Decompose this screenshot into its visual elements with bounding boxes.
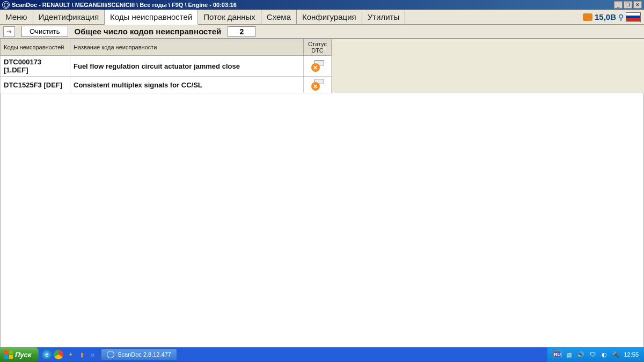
ie-icon[interactable]: e: [42, 350, 52, 359]
divider: »: [89, 350, 96, 359]
tray-icon-network[interactable]: ▧: [565, 350, 573, 359]
total-codes-count: 2: [228, 26, 255, 37]
app-icon: [2, 1, 10, 9]
minimize-button[interactable]: _: [614, 1, 623, 9]
col-header-status[interactable]: Статус DTC: [304, 39, 332, 56]
dtc-status[interactable]: ✕: [304, 56, 332, 77]
windows-taskbar: Пуск e ✦ ▮ » ScanDoc 2.8.12.477 RU ▧ 🔊 🛡…: [0, 347, 644, 362]
app-mini-icon: [107, 351, 114, 358]
tab-menu[interactable]: Меню: [0, 10, 33, 24]
app-ql-icon[interactable]: ✦: [65, 350, 75, 359]
close-button[interactable]: ✕: [633, 1, 642, 9]
window-titlebar: ScanDoc - RENAULT \ MEGANEIII/SCENICIII …: [0, 0, 644, 10]
tray-icon-usb[interactable]: ◐: [600, 350, 609, 359]
tray-icon-volume[interactable]: 🔊: [576, 350, 585, 359]
empty-area: [0, 93, 644, 362]
dtc-name: Consistent multiplex signals for CC/SL: [70, 77, 304, 93]
start-button[interactable]: Пуск: [0, 347, 39, 362]
system-tray: RU ▧ 🔊 🛡 ◐ 🔌 12:55: [547, 347, 644, 362]
chrome-icon[interactable]: [54, 350, 63, 359]
tab-configuration[interactable]: Конфигурация: [297, 10, 362, 24]
language-indicator[interactable]: RU: [553, 351, 561, 358]
dtc-name: Fuel flow regulation circuit actuator ja…: [70, 56, 304, 77]
back-button[interactable]: ➔: [3, 26, 15, 37]
total-codes-label: Общее число кодов неисправностей: [75, 27, 222, 36]
content-area: Коды неисправностей Название кода неиспр…: [0, 39, 644, 93]
app-ql-icon2[interactable]: ▮: [77, 350, 87, 359]
taskbar-item-label: ScanDoc 2.8.12.477: [118, 351, 171, 358]
status-error-icon: ✕: [311, 60, 324, 72]
dtc-code: DTC000173 [1.DEF]: [1, 56, 70, 77]
col-header-code[interactable]: Коды неисправностей: [1, 39, 70, 56]
dtc-code: DTC1525F3 [DEF]: [1, 77, 70, 93]
table-row[interactable]: DTC1525F3 [DEF] Consistent multiplex sig…: [1, 77, 332, 93]
tab-identification[interactable]: Идентификация: [33, 10, 105, 24]
tray-icon-shield[interactable]: 🛡: [588, 350, 597, 359]
table-row[interactable]: DTC000173 [1.DEF] Fuel flow regulation c…: [1, 56, 332, 77]
connection-icon: [583, 13, 592, 21]
col-header-name[interactable]: Название кода неисправности: [70, 39, 304, 56]
tab-scheme[interactable]: Схема: [261, 10, 297, 24]
tab-data-stream[interactable]: Поток данных: [198, 10, 261, 24]
taskbar-item-scandoc[interactable]: ScanDoc 2.8.12.477: [101, 349, 177, 360]
voltage-indicator: 15,0В ⚲: [580, 10, 644, 24]
tab-utilities[interactable]: Утилиты: [362, 10, 406, 24]
start-label: Пуск: [15, 351, 31, 359]
windows-logo-icon: [4, 350, 13, 359]
voltage-value: 15,0В: [595, 12, 616, 21]
toolbar: ➔ Очистить Общее число кодов неисправнос…: [0, 25, 644, 39]
dtc-status[interactable]: ✕: [304, 77, 332, 93]
window-title: ScanDoc - RENAULT \ MEGANEIII/SCENICIII …: [12, 2, 612, 8]
tab-fault-codes[interactable]: Коды неисправностей: [105, 10, 198, 25]
quick-launch: e ✦ ▮ »: [39, 350, 99, 359]
clear-button[interactable]: Очистить: [21, 26, 68, 37]
flag-russia-icon[interactable]: [626, 12, 641, 22]
plug-icon: ⚲: [618, 13, 624, 21]
tray-icon-power[interactable]: 🔌: [612, 350, 620, 359]
dtc-table: Коды неисправностей Название кода неиспр…: [0, 39, 332, 93]
taskbar-clock[interactable]: 12:55: [624, 351, 639, 358]
status-error-icon: ✕: [311, 79, 324, 91]
maximize-button[interactable]: ❐: [624, 1, 632, 9]
tab-bar: Меню Идентификация Коды неисправностей П…: [0, 10, 644, 25]
